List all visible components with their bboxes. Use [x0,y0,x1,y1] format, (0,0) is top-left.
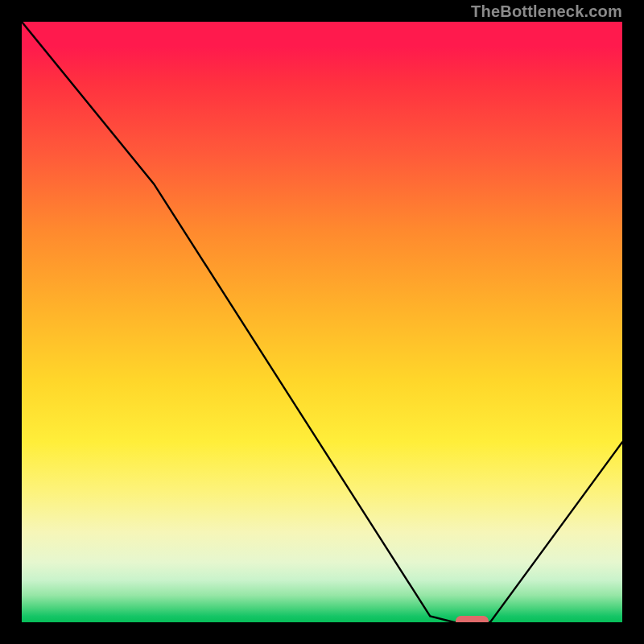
plot-area [22,22,622,622]
bottleneck-curve [22,22,622,622]
watermark-text: TheBottleneck.com [471,2,622,21]
chart-frame: TheBottleneck.com [0,0,644,644]
optimum-marker [456,616,489,622]
